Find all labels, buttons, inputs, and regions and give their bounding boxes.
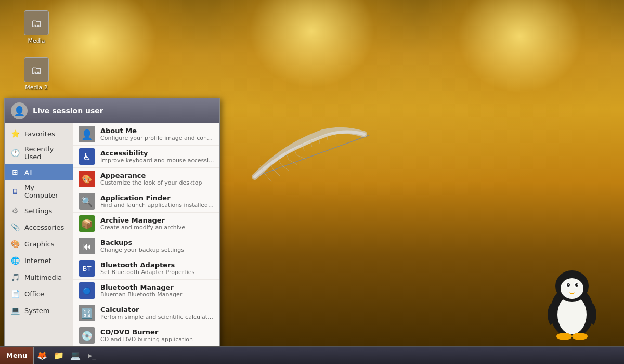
calculator-icon: 🔢 <box>79 305 95 321</box>
sidebar-item-all[interactable]: ⊞ All <box>5 164 73 180</box>
about-me-icon: 👤 <box>79 126 95 142</box>
about-me-subtitle: Configure your profile image and cont... <box>100 135 214 141</box>
about-me-title: About Me <box>100 127 214 135</box>
appearance-text: Appearance Customize the look of your de… <box>100 172 214 186</box>
accessibility-title: Accessibility <box>100 149 214 157</box>
sidebar-item-graphics[interactable]: 🎨 Graphics <box>5 236 73 252</box>
cd-dvd-icon: 💿 <box>79 327 95 344</box>
accessibility-subtitle: Improve keyboard and mouse accessi... <box>100 157 214 164</box>
backups-icon: ⏮ <box>79 238 95 254</box>
about-me-text: About Me Configure your profile image an… <box>100 127 214 141</box>
sidebar-item-recently-used[interactable]: 🕐 Recently Used <box>5 142 73 164</box>
media-icon: 🗂 <box>24 10 49 35</box>
accessories-icon: 📎 <box>10 222 20 232</box>
app-finder-icon: 🔍 <box>79 193 95 210</box>
cd-dvd-subtitle: CD and DVD burning application <box>100 336 214 343</box>
menu-item-backups[interactable]: ⏮ Backups Change your backup settings <box>73 235 219 257</box>
user-avatar: 👤 <box>11 102 28 119</box>
tux-penguin <box>541 263 603 341</box>
settings-icon: ⚙ <box>10 205 20 216</box>
svg-point-27 <box>572 333 588 340</box>
taskbar-icon-files[interactable]: 📁 <box>51 349 66 362</box>
bt-adapters-text: Bluetooth Adapters Set Bluetooth Adapter… <box>100 261 214 276</box>
feather-decoration <box>239 125 385 192</box>
sidebar-label-mycomputer: My Computer <box>24 184 68 199</box>
bt-manager-title: Bluetooth Manager <box>100 283 214 291</box>
sidebar-label-recently: Recently Used <box>24 145 68 161</box>
svg-point-23 <box>575 283 578 287</box>
menu-item-about-me[interactable]: 👤 About Me Configure your profile image … <box>73 123 219 146</box>
menu-body: ⭐ Favorites 🕐 Recently Used ⊞ All 🖥 My C… <box>5 123 219 352</box>
svg-point-19 <box>561 278 583 299</box>
username: Live session user <box>33 107 103 115</box>
backups-subtitle: Change your backup settings <box>100 246 214 253</box>
taskbar: Menu 🦊 📁 💻 ▶_ <box>0 346 624 364</box>
my-computer-icon: 🖥 <box>10 186 20 197</box>
appearance-subtitle: Customize the look of your desktop <box>100 179 214 186</box>
sidebar-label-system: System <box>24 307 49 315</box>
desktop-icon-media[interactable]: 🗂 Media <box>16 10 57 44</box>
sidebar-label-graphics: Graphics <box>24 240 54 248</box>
menu-item-bt-adapters[interactable]: BT Bluetooth Adapters Set Bluetooth Adap… <box>73 257 219 280</box>
desktop: 🗂 Media 🗂 Media 2 <box>0 0 624 364</box>
bt-manager-text: Bluetooth Manager Blueman Bluetooth Mana… <box>100 283 214 298</box>
menu-item-calculator[interactable]: 🔢 Calculator Perform simple and scientif… <box>73 302 219 324</box>
app-finder-subtitle: Find and launch applications installed .… <box>100 202 214 209</box>
bt-adapters-title: Bluetooth Adapters <box>100 261 214 269</box>
taskbar-icon-terminal[interactable]: ▶_ <box>85 349 99 362</box>
taskbar-icon-computer[interactable]: 💻 <box>68 349 83 362</box>
svg-point-26 <box>556 333 572 340</box>
svg-line-12 <box>273 169 280 176</box>
media2-icon: 🗂 <box>24 57 49 82</box>
archive-manager-icon: 📦 <box>79 215 95 232</box>
media-label: Media <box>28 37 45 44</box>
menu-item-archive-manager[interactable]: 📦 Archive Manager Create and modify an a… <box>73 213 219 235</box>
bt-adapters-icon: BT <box>79 260 95 277</box>
system-icon: 💻 <box>10 305 20 316</box>
sidebar-item-my-computer[interactable]: 🖥 My Computer <box>5 180 73 202</box>
media2-label: Media 2 <box>25 84 48 91</box>
sidebar-item-accessories[interactable]: 📎 Accessories <box>5 219 73 236</box>
archive-manager-subtitle: Create and modify an archive <box>100 224 214 231</box>
menu-item-app-finder[interactable]: 🔍 Application Finder Find and launch app… <box>73 190 219 213</box>
app-menu: 👤 Live session user ⭐ Favorites 🕐 Recent… <box>4 98 220 364</box>
sidebar-label-settings: Settings <box>24 207 52 215</box>
bt-manager-subtitle: Blueman Bluetooth Manager <box>100 291 214 298</box>
bt-adapters-subtitle: Set Bluetooth Adapter Properties <box>100 269 214 276</box>
cd-dvd-title: CD/DVD Burner <box>100 328 214 336</box>
archive-manager-text: Archive Manager Create and modify an arc… <box>100 216 214 231</box>
svg-point-22 <box>567 283 570 287</box>
favorites-icon: ⭐ <box>10 128 20 139</box>
menu-button[interactable]: Menu <box>0 347 34 364</box>
multimedia-icon: 🎵 <box>10 272 20 282</box>
calculator-subtitle: Perform simple and scientific calculatio… <box>100 314 214 320</box>
sidebar-item-system[interactable]: 💻 System <box>5 302 73 319</box>
accessibility-icon: ♿ <box>79 148 95 165</box>
app-finder-title: Application Finder <box>100 194 214 202</box>
sidebar-item-internet[interactable]: 🌐 Internet <box>5 252 73 269</box>
archive-manager-title: Archive Manager <box>100 216 214 224</box>
svg-point-24 <box>568 284 569 285</box>
internet-icon: 🌐 <box>10 255 20 266</box>
sidebar-item-multimedia[interactable]: 🎵 Multimedia <box>5 269 73 285</box>
cd-dvd-text: CD/DVD Burner CD and DVD burning applica… <box>100 328 214 343</box>
menu-item-bt-manager[interactable]: 🔵 Bluetooth Manager Blueman Bluetooth Ma… <box>73 280 219 302</box>
all-icon: ⊞ <box>10 167 20 177</box>
svg-line-11 <box>265 174 271 182</box>
menu-sidebar: ⭐ Favorites 🕐 Recently Used ⊞ All 🖥 My C… <box>5 123 73 352</box>
graphics-icon: 🎨 <box>10 239 20 249</box>
sidebar-item-favorites[interactable]: ⭐ Favorites <box>5 125 73 142</box>
backups-text: Backups Change your backup settings <box>100 239 214 253</box>
menu-item-accessibility[interactable]: ♿ Accessibility Improve keyboard and mou… <box>73 146 219 168</box>
sidebar-item-settings[interactable]: ⚙ Settings <box>5 202 73 219</box>
sidebar-item-office[interactable]: 📄 Office <box>5 285 73 302</box>
sidebar-label-multimedia: Multimedia <box>24 274 62 281</box>
menu-item-cd-dvd[interactable]: 💿 CD/DVD Burner CD and DVD burning appli… <box>73 324 219 347</box>
desktop-icon-media2[interactable]: 🗂 Media 2 <box>16 57 57 91</box>
menu-content[interactable]: 👤 About Me Configure your profile image … <box>73 123 219 352</box>
taskbar-icon-firefox[interactable]: 🦊 <box>35 349 49 362</box>
recently-used-icon: 🕐 <box>10 148 20 158</box>
menu-item-appearance[interactable]: 🎨 Appearance Customize the look of your … <box>73 168 219 190</box>
svg-line-15 <box>296 155 306 159</box>
appearance-title: Appearance <box>100 172 214 179</box>
